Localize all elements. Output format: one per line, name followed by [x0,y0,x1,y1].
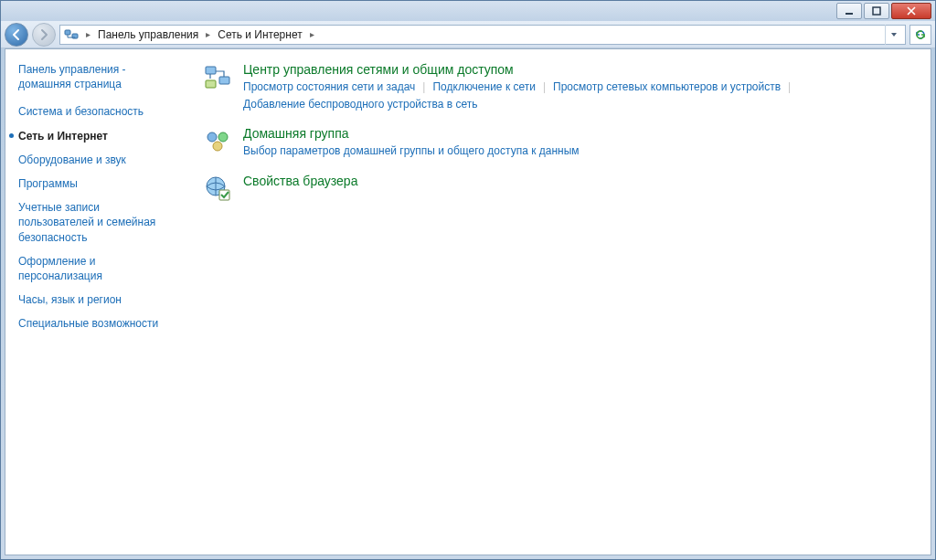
category-body: Домашняя группаВыбор параметров домашней… [243,126,914,160]
forward-button[interactable] [32,23,56,47]
breadcrumb-chevron-icon[interactable]: ▸ [308,29,316,39]
main-panel: Центр управления сетями и общим доступом… [186,49,931,555]
svg-rect-4 [206,67,216,74]
sidebar-item[interactable]: Оборудование и звук [18,153,177,167]
svg-rect-6 [206,80,216,88]
control-panel-window: ▸ Панель управления ▸ Сеть и Интернет ▸ … [0,0,936,560]
titlebar [1,1,935,21]
svg-point-8 [218,132,228,142]
breadcrumb-root[interactable]: Панель управления [98,28,198,41]
link-divider: | [536,79,553,96]
link-divider: | [415,79,432,96]
category-icon[interactable] [203,126,232,155]
breadcrumb-current[interactable]: Сеть и Интернет [218,28,302,41]
category-link[interactable]: Выбор параметров домашней группы и общег… [243,143,580,160]
address-bar[interactable]: ▸ Панель управления ▸ Сеть и Интернет ▸ [59,25,906,45]
category-links: Просмотр состояния сети и задач|Подключе… [243,79,914,113]
category-body: Свойства браузера [243,174,914,203]
content-area: Панель управления - домашняя страница Си… [5,48,931,555]
sidebar-home-link[interactable]: Панель управления - домашняя страница [18,62,177,91]
sidebar-item[interactable]: Часы, язык и регион [18,292,177,307]
category-icon[interactable] [203,174,232,203]
svg-point-7 [207,132,217,142]
svg-point-9 [213,142,222,151]
window-controls [836,3,931,19]
category-links: Выбор параметров домашней группы и общег… [243,143,914,160]
address-dropdown-button[interactable] [885,25,901,45]
close-button[interactable] [891,3,931,19]
sidebar-item[interactable]: Система и безопасность [18,104,177,119]
back-button[interactable] [5,23,28,47]
category-link[interactable]: Подключение к сети [432,79,535,96]
category: Центр управления сетями и общим доступом… [203,62,914,113]
navigation-toolbar: ▸ Панель управления ▸ Сеть и Интернет ▸ [1,21,935,48]
category-body: Центр управления сетями и общим доступом… [243,62,914,113]
breadcrumb-chevron-icon[interactable]: ▸ [84,29,92,39]
category: Свойства браузера [203,174,914,203]
category-title[interactable]: Центр управления сетями и общим доступом [243,62,914,77]
sidebar-item[interactable]: Специальные возможности [18,316,177,331]
sidebar-item[interactable]: Оформление и персонализация [18,254,177,283]
minimize-button[interactable] [836,3,862,19]
sidebar: Панель управления - домашняя страница Си… [5,49,186,555]
category-link[interactable]: Добавление беспроводного устройства в се… [243,96,478,113]
category: Домашняя группаВыбор параметров домашней… [203,126,914,160]
sidebar-item[interactable]: Программы [18,176,177,191]
svg-rect-5 [219,77,229,84]
category-icon[interactable] [203,62,232,91]
category-link[interactable]: Просмотр состояния сети и задач [243,79,415,96]
category-title[interactable]: Домашняя группа [243,126,914,141]
svg-rect-0 [846,13,853,15]
category-title[interactable]: Свойства браузера [243,174,914,188]
maximize-button[interactable] [864,3,889,19]
category-link[interactable]: Просмотр сетевых компьютеров и устройств [553,79,781,96]
network-category-icon [64,27,79,42]
sidebar-item[interactable]: Сеть и Интернет [18,129,177,143]
sidebar-item[interactable]: Учетные записи пользователей и семейная … [18,200,177,245]
link-divider: | [781,79,798,96]
refresh-button[interactable] [909,25,931,45]
svg-rect-1 [873,7,880,15]
breadcrumb-chevron-icon[interactable]: ▸ [204,29,212,39]
svg-rect-2 [65,30,70,35]
